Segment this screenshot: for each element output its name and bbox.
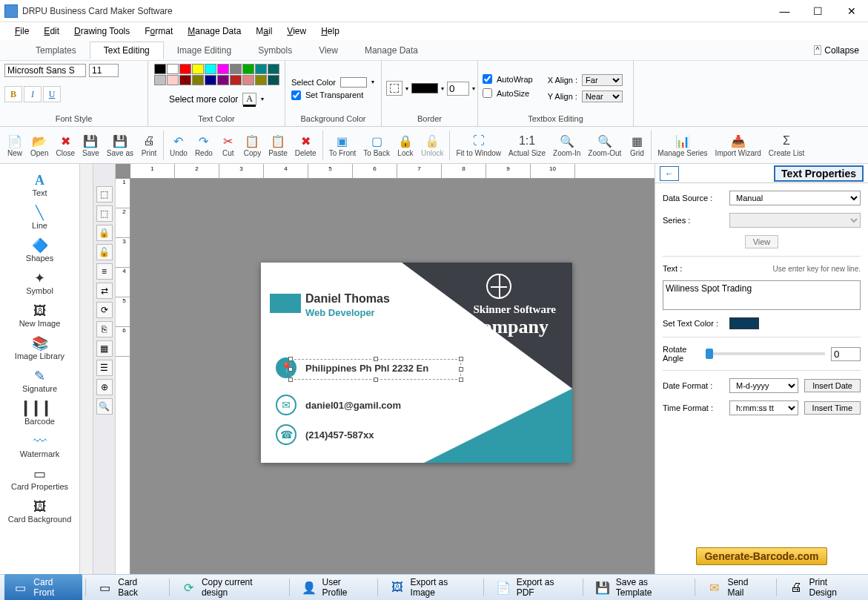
color-swatch[interactable] (255, 75, 267, 85)
minimize-button[interactable]: — (768, 0, 801, 22)
export-pdf-button[interactable]: 📄Export as PDF (487, 574, 580, 600)
menu-drawing[interactable]: Drawing Tools (67, 24, 137, 38)
card-email[interactable]: daniel01@gamil.com (305, 400, 401, 411)
mt-layers[interactable]: ☰ (96, 360, 113, 376)
color-swatch[interactable] (205, 64, 216, 74)
manage-series-button[interactable]: 📊Manage Series (654, 128, 711, 162)
mt-dup[interactable]: ⎘ (96, 321, 113, 337)
color-swatch[interactable] (242, 75, 254, 85)
color-swatch[interactable] (154, 75, 166, 85)
create-list-button[interactable]: ΣCreate List (765, 128, 808, 162)
undo-button[interactable]: ↶Undo (166, 128, 191, 162)
delete-button[interactable]: ✖Delete (291, 128, 320, 162)
date-format-select[interactable]: M-d-yyyy (729, 378, 798, 393)
underline-button[interactable]: U (43, 86, 61, 102)
fit-button[interactable]: ⛶Fit to Window (452, 128, 505, 162)
insert-time-button[interactable]: Insert Time (804, 401, 861, 415)
bold-button[interactable]: B (4, 86, 22, 102)
mt-align[interactable]: ≡ (96, 263, 113, 280)
grid-button[interactable]: ▦Grid (625, 128, 649, 162)
font-name-select[interactable] (4, 64, 86, 77)
actual-button[interactable]: 1:1Actual Size (505, 128, 549, 162)
zoomin-button[interactable]: 🔍Zoom-In (549, 128, 584, 162)
tool-watermark[interactable]: 〰Watermark (1, 429, 78, 462)
menu-view[interactable]: View (279, 24, 314, 38)
color-swatch[interactable] (230, 75, 242, 85)
color-swatch[interactable] (179, 75, 191, 85)
canvas[interactable]: 12345678910 123456 Daniel Thomas Web Dev… (116, 164, 655, 574)
import-wizard-button[interactable]: 📥Import Wizard (712, 128, 765, 162)
color-swatch[interactable] (268, 64, 279, 74)
print-design-button[interactable]: 🖨Print Design (780, 574, 864, 600)
tool-symbol[interactable]: ✦Symbol (1, 266, 78, 299)
card-name[interactable]: Daniel Thomas (305, 292, 390, 306)
collapse-ribbon[interactable]: ^Collapse (814, 45, 859, 56)
tool-line[interactable]: ╲Line (1, 201, 78, 234)
mt-zoom[interactable]: 🔍 (96, 398, 113, 415)
zoomout-button[interactable]: 🔍Zoom-Out (584, 128, 625, 162)
tool-signature[interactable]: ✎Signature (1, 364, 78, 397)
color-swatch[interactable] (192, 75, 204, 85)
insert-date-button[interactable]: Insert Date (804, 379, 861, 392)
border-style-button[interactable] (386, 81, 402, 96)
props-back-button[interactable]: ← (660, 166, 679, 181)
cut-button[interactable]: ✂Cut (216, 128, 240, 162)
business-card[interactable]: Daniel Thomas Web Developer Skinner Soft… (261, 263, 572, 463)
copy-design-button[interactable]: ⟳Copy current design (173, 574, 287, 600)
vscrollbar[interactable] (80, 164, 93, 574)
card-phone[interactable]: (214)457-587xx (305, 429, 374, 441)
mt-lock[interactable]: 🔒 (96, 225, 113, 241)
border-color-swatch[interactable] (411, 83, 438, 93)
mt-rotate[interactable]: ⟳ (96, 302, 113, 318)
card-front-tab[interactable]: ▭Card Front (4, 574, 82, 600)
data-source-select[interactable]: Manual (729, 191, 861, 205)
menu-mail[interactable]: Mail (248, 24, 279, 38)
text-value-input[interactable]: Wiliness Spot Trading (663, 280, 861, 310)
user-profile-button[interactable]: 👤User Profile (293, 574, 374, 600)
card-company-line2[interactable]: Company (468, 316, 549, 338)
xalign-select[interactable]: Far (582, 74, 623, 86)
tab-manage-data[interactable]: Manage Data (351, 42, 431, 59)
new-button[interactable]: 📄New (3, 128, 27, 162)
color-swatch[interactable] (255, 64, 267, 74)
tool-text[interactable]: AText (1, 168, 78, 201)
menu-edit[interactable]: Edit (36, 24, 67, 38)
open-button[interactable]: 📂Open (27, 128, 52, 162)
text-color-button[interactable]: A (242, 93, 256, 105)
tool-card-background[interactable]: 🖼Card Background (1, 495, 78, 527)
text-color-swatch[interactable] (729, 317, 759, 329)
send-mail-button[interactable]: ✉Send Mail (698, 574, 773, 600)
italic-button[interactable]: I (24, 86, 42, 102)
copy-button[interactable]: 📋Copy (240, 128, 265, 162)
card-back-tab[interactable]: ▭Card Back (89, 574, 166, 600)
time-format-select[interactable]: h:mm:ss tt (729, 400, 798, 415)
close-button-tb[interactable]: ✖Close (52, 128, 79, 162)
color-swatch[interactable] (205, 75, 216, 85)
bg-color-swatch[interactable] (340, 77, 367, 88)
rotate-slider[interactable] (706, 352, 825, 355)
tool-card-properties[interactable]: ▭Card Properties (1, 462, 78, 495)
tab-symbols[interactable]: Symbols (245, 42, 305, 59)
font-size-select[interactable] (89, 64, 119, 77)
color-swatch[interactable] (192, 64, 204, 74)
card-role[interactable]: Web Developer (305, 307, 375, 318)
view-series-button[interactable]: View (745, 235, 779, 248)
tab-text-editing[interactable]: Text Editing (90, 42, 164, 59)
toback-button[interactable]: ▢To Back (360, 128, 394, 162)
color-swatch[interactable] (179, 64, 191, 74)
border-size-input[interactable] (447, 82, 469, 96)
tab-templates[interactable]: Templates (22, 42, 90, 59)
tab-view[interactable]: View (305, 42, 351, 59)
menu-file[interactable]: File (7, 24, 36, 38)
print-button[interactable]: 🖨Print (137, 128, 161, 162)
mt-group[interactable]: ⬚ (96, 186, 113, 202)
tool-new-image[interactable]: 🖼New Image (1, 299, 78, 332)
save-template-button[interactable]: 💾Save as Template (586, 574, 692, 600)
mt-grid[interactable]: ▦ (96, 340, 113, 357)
tofront-button[interactable]: ▣To Front (325, 128, 360, 162)
menu-help[interactable]: Help (314, 24, 347, 38)
card-company-line1[interactable]: Skinner Software (473, 303, 556, 316)
color-swatch[interactable] (217, 75, 229, 85)
card-location[interactable]: Philippines Ph Phl 2232 En (305, 363, 428, 374)
menu-manage[interactable]: Manage Data (180, 24, 248, 38)
